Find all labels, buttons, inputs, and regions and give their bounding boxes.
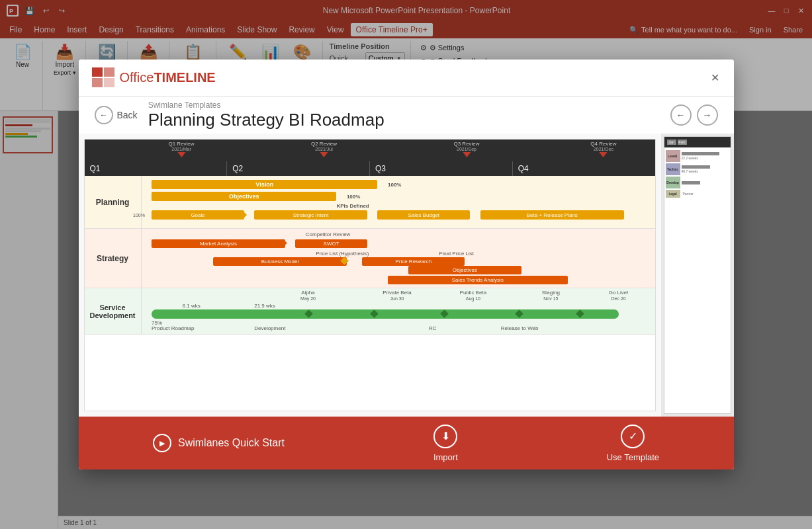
- golive-label: Go Live!Dec 20: [609, 290, 629, 302]
- play-icon: ▶: [153, 434, 171, 452]
- dialog-main-title: Planning Strategy BI Roadmap: [148, 110, 660, 130]
- rp-bars3: [682, 181, 729, 184]
- m1-triangle: [177, 152, 185, 157]
- price-hypothesis-label: Price List (Hypothesis): [316, 251, 369, 257]
- dialog-close-btn[interactable]: ✕: [707, 70, 723, 86]
- strategy-label: Strategy: [85, 229, 142, 288]
- kpis-label: KPIs Defined: [336, 203, 369, 209]
- rp-b1: [682, 152, 720, 155]
- q3-label: Q3: [370, 161, 513, 176]
- swimlane-container: Planning Vision 100% Objectives: [85, 176, 655, 411]
- rp-label1: Level1: [666, 150, 680, 162]
- back-button[interactable]: ← Back: [95, 106, 138, 124]
- development-label: Development: [254, 325, 285, 331]
- checkmark-icon: ✓: [621, 425, 645, 448]
- m4-triangle: [600, 152, 608, 157]
- m2-date: 2021/Jul: [311, 147, 337, 151]
- back-label: Back: [117, 110, 138, 120]
- service-label: ServiceDevelopment: [85, 288, 142, 334]
- m4-date: 2021/Dec: [590, 147, 616, 151]
- swimlane-planning: Planning Vision 100% Objectives: [85, 176, 655, 229]
- m3-label: Q3 Review: [453, 141, 479, 147]
- rp-rows: Level1 22.2 weeks Technic 48.7 weeks: [664, 147, 731, 200]
- dialog-body: Q1 Review 2021/Mar Q2 Review 2021/Jul Q3…: [79, 134, 734, 417]
- import-btn-footer[interactable]: ⬇ Import: [433, 425, 458, 462]
- service-content: AlphaMay 20 Private BetaJun 30 Public Be…: [142, 288, 655, 334]
- milestone-q3: Q3 Review 2021/Sep: [453, 141, 479, 157]
- m2-triangle: [320, 152, 328, 157]
- rp-row4: Legal Partner: [666, 190, 729, 198]
- nav-arrows: ← →: [670, 104, 718, 126]
- rp-row1: Level1 22.2 weeks: [666, 150, 729, 162]
- m3-date: 2021/Sep: [453, 147, 479, 151]
- business-model-bar: Business Model: [213, 257, 347, 266]
- dialog-footer: ▶ Swimlanes Quick Start ⬇ Import ✓ Use T…: [79, 417, 734, 469]
- dialog-logo: OfficeTIMELINE: [92, 67, 216, 89]
- swimlane-strategy: Strategy Competitor Review Market Analys…: [85, 229, 655, 288]
- service-ms5: [576, 309, 584, 318]
- import-icon-footer: ⬇: [433, 425, 457, 448]
- rp-label4: Legal: [666, 190, 680, 198]
- m3-triangle: [463, 152, 471, 157]
- milestone-q4: Q4 Review 2021/Dec: [590, 141, 616, 157]
- svg-rect-3: [104, 67, 114, 77]
- rp-jan: Jan: [667, 140, 676, 145]
- rp-t2: 48.7 weeks: [682, 169, 729, 173]
- svg-rect-4: [92, 78, 103, 87]
- back-circle: ←: [95, 106, 113, 124]
- rp-bars1: 22.2 weeks: [682, 152, 729, 160]
- private-beta-label: Private BetaJun 30: [383, 290, 412, 302]
- q1-label: Q1: [85, 161, 228, 176]
- final-price-label: Final Price List: [439, 251, 474, 257]
- rp-b3: [682, 181, 701, 184]
- rp-label3: Develop: [666, 177, 680, 188]
- planning-label: Planning: [85, 176, 142, 228]
- wks2-label: 21.9 wks: [254, 303, 275, 309]
- public-beta-label: Public BetaAug 10: [460, 290, 486, 302]
- price-research-bar: Price Research: [362, 257, 465, 266]
- use-template-btn[interactable]: ✓ Use Template: [607, 425, 659, 462]
- q4-label: Q4: [513, 161, 655, 176]
- right-preview-panel: Jan Feb Level1 22.2 weeks Technic: [661, 134, 734, 417]
- strategy-objectives-bar: Objectives: [408, 266, 521, 274]
- main-progress-bar: [152, 309, 619, 319]
- strategy-content: Competitor Review Market Analysis SWOT P…: [142, 229, 655, 288]
- prev-arrow-btn[interactable]: ←: [670, 104, 692, 126]
- rp-feb: Feb: [678, 140, 687, 145]
- rp-b2: [682, 165, 710, 169]
- dialog: OfficeTIMELINE ✕ ← Back Swimlane Templat…: [79, 60, 734, 469]
- rp-t1: 22.2 weeks: [682, 156, 729, 160]
- service-ms4: [515, 309, 523, 318]
- logo-timeline: TIMELINE: [154, 70, 215, 85]
- competitor-label: Competitor Review: [306, 231, 351, 237]
- right-preview-inner: Jan Feb Level1 22.2 weeks Technic: [664, 136, 731, 414]
- rp-header: Jan Feb: [664, 137, 731, 147]
- milestone-markers: Q1 Review 2021/Mar Q2 Review 2021/Jul Q3…: [85, 141, 655, 161]
- beta-release-bar: Beta + Release Plans: [480, 210, 624, 220]
- milestone-q2: Q2 Review 2021/Jul: [311, 141, 337, 157]
- wks1-label: 6.1 wks: [183, 303, 201, 309]
- swimlanes-quickstart-btn[interactable]: ▶ Swimlanes Quick Start: [153, 434, 285, 452]
- svg-rect-2: [92, 67, 103, 77]
- back-arrow-icon: ←: [100, 110, 108, 120]
- vision-pct: 100%: [388, 182, 401, 188]
- quarter-labels: Q1 Q2 Q3 Q4: [85, 161, 655, 176]
- dialog-subtitle: Swimlane Templates: [148, 101, 660, 110]
- m1-date: 2021/Mar: [168, 147, 194, 151]
- milestone-q1: Q1 Review 2021/Mar: [168, 141, 194, 157]
- market-analysis-bar: Market Analysis: [152, 239, 285, 248]
- service-ms3: [440, 309, 449, 318]
- objectives-pct: 100%: [347, 194, 360, 200]
- next-arrow-btn[interactable]: →: [697, 104, 718, 126]
- rp-bars2: 48.7 weeks: [682, 165, 729, 173]
- logo-office: Office: [120, 70, 154, 85]
- service-ms2: [370, 309, 379, 318]
- timeline-canvas: Q1 Review 2021/Mar Q2 Review 2021/Jul Q3…: [84, 139, 656, 411]
- timeline-preview: Q1 Review 2021/Mar Q2 Review 2021/Jul Q3…: [79, 134, 661, 417]
- m4-label: Q4 Review: [590, 141, 616, 147]
- dialog-header: OfficeTIMELINE ✕: [79, 60, 734, 97]
- alpha-label: AlphaMay 20: [300, 290, 316, 302]
- product-roadmap-label: Product Roadmap: [152, 325, 194, 331]
- logo-icon: [92, 67, 116, 89]
- quickstart-label: Swimlanes Quick Start: [178, 437, 285, 449]
